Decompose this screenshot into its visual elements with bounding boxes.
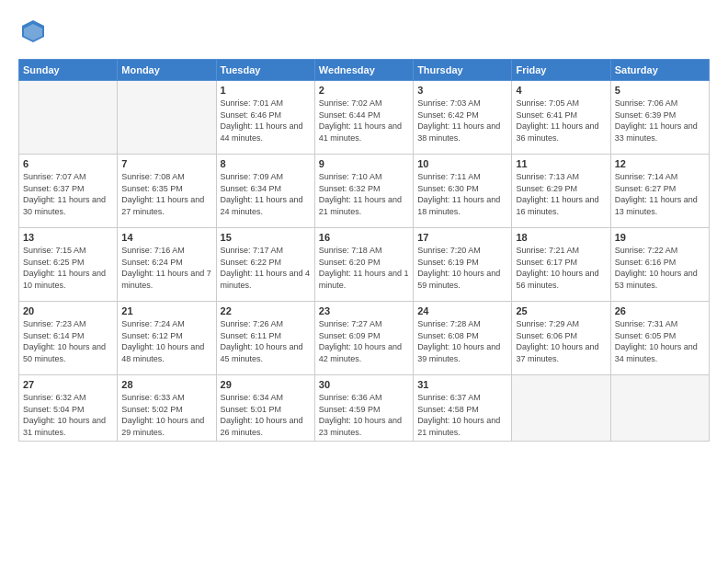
day-number: 12 — [615, 158, 705, 169]
calendar-day-cell: 14Sunrise: 7:16 AM Sunset: 6:24 PM Dayli… — [118, 228, 216, 302]
calendar-day-cell — [512, 375, 610, 442]
day-detail: Sunrise: 7:29 AM Sunset: 6:06 PM Dayligh… — [516, 318, 606, 364]
day-number: 17 — [417, 232, 507, 243]
day-number: 16 — [319, 232, 409, 243]
calendar-day-cell — [610, 375, 709, 442]
calendar-day-cell: 5Sunrise: 7:06 AM Sunset: 6:39 PM Daylig… — [610, 81, 709, 155]
day-detail: Sunrise: 7:02 AM Sunset: 6:44 PM Dayligh… — [319, 98, 409, 144]
calendar-day-cell: 20Sunrise: 7:23 AM Sunset: 6:14 PM Dayli… — [19, 302, 118, 375]
calendar-day-cell: 11Sunrise: 7:13 AM Sunset: 6:29 PM Dayli… — [512, 155, 610, 228]
weekday-header: Wednesday — [314, 60, 413, 81]
calendar-week-row: 27Sunrise: 6:32 AM Sunset: 5:04 PM Dayli… — [19, 375, 710, 442]
day-detail: Sunrise: 7:20 AM Sunset: 6:19 PM Dayligh… — [417, 245, 507, 291]
day-detail: Sunrise: 7:08 AM Sunset: 6:35 PM Dayligh… — [121, 171, 211, 217]
day-number: 15 — [221, 232, 311, 243]
day-number: 5 — [615, 85, 705, 96]
calendar-day-cell: 12Sunrise: 7:14 AM Sunset: 6:27 PM Dayli… — [610, 155, 709, 228]
day-detail: Sunrise: 7:22 AM Sunset: 6:16 PM Dayligh… — [615, 245, 705, 291]
day-detail: Sunrise: 7:10 AM Sunset: 6:32 PM Dayligh… — [319, 171, 409, 217]
calendar-day-cell: 22Sunrise: 7:26 AM Sunset: 6:11 PM Dayli… — [216, 302, 314, 375]
day-detail: Sunrise: 7:17 AM Sunset: 6:22 PM Dayligh… — [221, 245, 311, 291]
page-header — [18, 17, 710, 50]
day-number: 2 — [319, 85, 409, 96]
day-number: 28 — [121, 379, 211, 390]
day-number: 19 — [615, 232, 705, 243]
day-detail: Sunrise: 6:32 AM Sunset: 5:04 PM Dayligh… — [23, 392, 113, 438]
weekday-header: Tuesday — [216, 60, 314, 81]
day-detail: Sunrise: 7:21 AM Sunset: 6:17 PM Dayligh… — [516, 245, 606, 291]
day-number: 29 — [221, 379, 311, 390]
day-detail: Sunrise: 7:26 AM Sunset: 6:11 PM Dayligh… — [221, 318, 311, 364]
day-detail: Sunrise: 7:09 AM Sunset: 6:34 PM Dayligh… — [221, 171, 311, 217]
day-number: 10 — [417, 158, 507, 169]
calendar-day-cell: 26Sunrise: 7:31 AM Sunset: 6:05 PM Dayli… — [610, 302, 709, 375]
day-number: 9 — [319, 158, 409, 169]
day-detail: Sunrise: 7:31 AM Sunset: 6:05 PM Dayligh… — [615, 318, 705, 364]
day-number: 1 — [221, 85, 311, 96]
day-detail: Sunrise: 7:16 AM Sunset: 6:24 PM Dayligh… — [121, 245, 211, 291]
calendar-day-cell: 16Sunrise: 7:18 AM Sunset: 6:20 PM Dayli… — [314, 228, 413, 302]
day-number: 21 — [121, 305, 211, 316]
day-detail: Sunrise: 7:06 AM Sunset: 6:39 PM Dayligh… — [615, 98, 705, 144]
calendar-day-cell — [19, 81, 118, 155]
calendar-day-cell: 24Sunrise: 7:28 AM Sunset: 6:08 PM Dayli… — [414, 302, 512, 375]
day-detail: Sunrise: 7:24 AM Sunset: 6:12 PM Dayligh… — [121, 318, 211, 364]
calendar-day-cell: 17Sunrise: 7:20 AM Sunset: 6:19 PM Dayli… — [414, 228, 512, 302]
day-number: 18 — [516, 232, 606, 243]
day-detail: Sunrise: 7:11 AM Sunset: 6:30 PM Dayligh… — [417, 171, 507, 217]
calendar-day-cell: 15Sunrise: 7:17 AM Sunset: 6:22 PM Dayli… — [216, 228, 314, 302]
calendar-week-row: 1Sunrise: 7:01 AM Sunset: 6:46 PM Daylig… — [19, 81, 710, 155]
logo-icon — [18, 17, 48, 46]
day-detail: Sunrise: 6:33 AM Sunset: 5:02 PM Dayligh… — [121, 392, 211, 438]
day-number: 3 — [417, 85, 507, 96]
logo — [18, 17, 51, 50]
day-detail: Sunrise: 6:37 AM Sunset: 4:58 PM Dayligh… — [417, 392, 507, 438]
day-detail: Sunrise: 6:36 AM Sunset: 4:59 PM Dayligh… — [319, 392, 409, 438]
day-number: 8 — [221, 158, 311, 169]
day-number: 23 — [319, 305, 409, 316]
day-number: 22 — [221, 305, 311, 316]
calendar-day-cell: 13Sunrise: 7:15 AM Sunset: 6:25 PM Dayli… — [19, 228, 118, 302]
weekday-header: Thursday — [414, 60, 512, 81]
day-number: 31 — [417, 379, 507, 390]
day-number: 6 — [23, 158, 113, 169]
calendar-day-cell: 31Sunrise: 6:37 AM Sunset: 4:58 PM Dayli… — [414, 375, 512, 442]
calendar-day-cell: 23Sunrise: 7:27 AM Sunset: 6:09 PM Dayli… — [314, 302, 413, 375]
calendar-table: SundayMondayTuesdayWednesdayThursdayFrid… — [18, 59, 710, 442]
day-number: 4 — [516, 85, 606, 96]
calendar-week-row: 13Sunrise: 7:15 AM Sunset: 6:25 PM Dayli… — [19, 228, 710, 302]
calendar-day-cell: 18Sunrise: 7:21 AM Sunset: 6:17 PM Dayli… — [512, 228, 610, 302]
day-detail: Sunrise: 7:28 AM Sunset: 6:08 PM Dayligh… — [417, 318, 507, 364]
calendar-day-cell: 29Sunrise: 6:34 AM Sunset: 5:01 PM Dayli… — [216, 375, 314, 442]
day-detail: Sunrise: 7:15 AM Sunset: 6:25 PM Dayligh… — [23, 245, 113, 291]
calendar-header-row: SundayMondayTuesdayWednesdayThursdayFrid… — [19, 60, 710, 81]
calendar-day-cell: 7Sunrise: 7:08 AM Sunset: 6:35 PM Daylig… — [118, 155, 216, 228]
calendar-day-cell: 21Sunrise: 7:24 AM Sunset: 6:12 PM Dayli… — [118, 302, 216, 375]
day-detail: Sunrise: 7:03 AM Sunset: 6:42 PM Dayligh… — [417, 98, 507, 144]
day-detail: Sunrise: 7:18 AM Sunset: 6:20 PM Dayligh… — [319, 245, 409, 291]
day-number: 14 — [121, 232, 211, 243]
calendar-day-cell: 1Sunrise: 7:01 AM Sunset: 6:46 PM Daylig… — [216, 81, 314, 155]
day-number: 26 — [615, 305, 705, 316]
day-detail: Sunrise: 6:34 AM Sunset: 5:01 PM Dayligh… — [221, 392, 311, 438]
day-detail: Sunrise: 7:14 AM Sunset: 6:27 PM Dayligh… — [615, 171, 705, 217]
calendar-week-row: 6Sunrise: 7:07 AM Sunset: 6:37 PM Daylig… — [19, 155, 710, 228]
calendar-day-cell: 27Sunrise: 6:32 AM Sunset: 5:04 PM Dayli… — [19, 375, 118, 442]
calendar-day-cell: 3Sunrise: 7:03 AM Sunset: 6:42 PM Daylig… — [414, 81, 512, 155]
weekday-header: Friday — [512, 60, 610, 81]
calendar-week-row: 20Sunrise: 7:23 AM Sunset: 6:14 PM Dayli… — [19, 302, 710, 375]
calendar-day-cell: 28Sunrise: 6:33 AM Sunset: 5:02 PM Dayli… — [118, 375, 216, 442]
day-number: 7 — [121, 158, 211, 169]
calendar-day-cell: 30Sunrise: 6:36 AM Sunset: 4:59 PM Dayli… — [314, 375, 413, 442]
day-number: 27 — [23, 379, 113, 390]
calendar-day-cell: 19Sunrise: 7:22 AM Sunset: 6:16 PM Dayli… — [610, 228, 709, 302]
calendar-day-cell: 9Sunrise: 7:10 AM Sunset: 6:32 PM Daylig… — [314, 155, 413, 228]
day-number: 24 — [417, 305, 507, 316]
day-detail: Sunrise: 7:01 AM Sunset: 6:46 PM Dayligh… — [221, 98, 311, 144]
day-number: 11 — [516, 158, 606, 169]
day-detail: Sunrise: 7:23 AM Sunset: 6:14 PM Dayligh… — [23, 318, 113, 364]
day-detail: Sunrise: 7:05 AM Sunset: 6:41 PM Dayligh… — [516, 98, 606, 144]
day-number: 30 — [319, 379, 409, 390]
calendar-day-cell: 2Sunrise: 7:02 AM Sunset: 6:44 PM Daylig… — [314, 81, 413, 155]
weekday-header: Sunday — [19, 60, 118, 81]
